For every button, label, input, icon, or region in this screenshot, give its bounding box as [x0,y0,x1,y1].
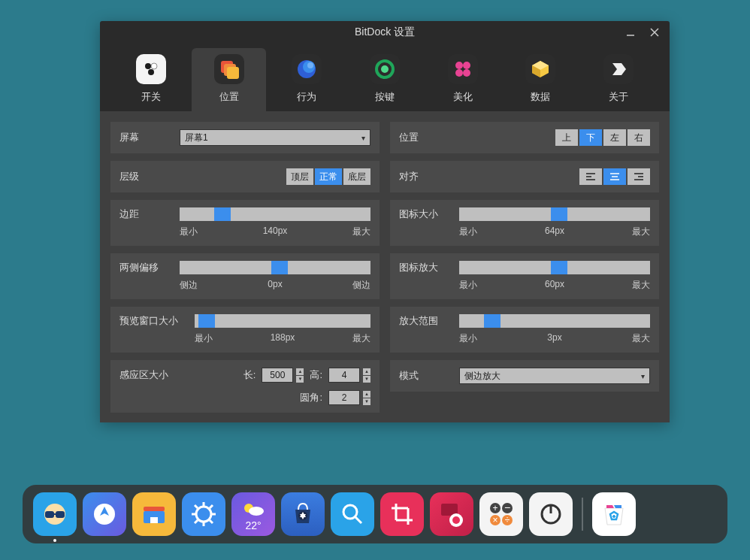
weather-temp: 22° [245,519,261,531]
sense-label: 感应区大小 [119,368,180,382]
layer-top-button[interactable]: 顶层 [286,168,313,185]
window-controls [621,24,664,41]
running-indicator-icon [53,539,56,542]
dock-record-icon[interactable] [430,492,473,536]
dock-weather-icon[interactable]: 22° [231,492,275,536]
preview-slider-thumb[interactable] [198,314,215,328]
dock-files-icon[interactable] [132,492,176,536]
titlebar: BitDock 设置 [100,21,670,44]
svg-line-41 [210,520,213,523]
tab-label: 数据 [531,90,550,104]
svg-rect-8 [227,67,239,79]
layer-normal-button[interactable]: 正常 [315,168,342,185]
layer-bottom-button[interactable]: 底层 [343,168,370,185]
svg-point-16 [455,69,463,77]
dock-search-icon[interactable] [331,492,374,536]
screen-label: 屏幕 [119,131,172,144]
dock-power-icon[interactable] [529,492,573,536]
chevron-down-icon: ▾ [641,372,645,380]
svg-point-55 [452,516,460,524]
position-top-button[interactable]: 上 [555,129,578,146]
align-right-button[interactable] [628,168,650,185]
dock-recycle-icon[interactable] [592,492,636,536]
tab-switch[interactable]: 开关 [113,48,189,111]
icon-zoom-panel: 图标放大 最小 60px 最大 [390,253,659,299]
tab-position[interactable]: 位置 [192,48,267,111]
sense-radius-spinner[interactable]: ▲▼ [328,390,370,405]
dock-separator [582,498,583,531]
zoom-range-panel: 放大范围 最小 3px 最大 [390,307,659,353]
svg-point-45 [249,507,264,516]
icon-size-slider[interactable] [459,207,650,221]
svg-text:+: + [492,503,497,513]
svg-point-14 [455,62,463,69]
position-panel: 位置 上 下 左 右 [390,122,659,153]
svg-text:÷: ÷ [505,515,510,525]
dock-crop-icon[interactable] [380,492,424,536]
sense-height-spinner[interactable]: ▲▼ [328,368,370,383]
sense-length-spinner[interactable]: ▲▼ [262,368,304,383]
svg-point-13 [381,65,389,73]
preview-panel: 预览窗口大小 最小 188px 最大 [110,307,380,353]
icon-zoom-slider-thumb[interactable] [551,261,567,274]
icon-size-label: 图标大小 [399,207,452,221]
position-left-button[interactable]: 左 [603,129,626,146]
svg-point-5 [148,69,154,75]
margin-slider[interactable] [180,207,370,221]
svg-point-15 [463,62,470,69]
about-icon [603,54,634,84]
layer-panel: 层级 顶层 正常 底层 [110,161,380,192]
layer-label: 层级 [119,170,172,183]
window-title: BitDock 设置 [355,26,415,39]
offset-label: 两侧偏移 [119,261,172,274]
tab-keys[interactable]: 按键 [347,48,422,111]
svg-rect-30 [53,513,56,515]
svg-text:×: × [492,515,497,525]
close-button[interactable] [646,24,664,41]
zoom-range-slider-thumb[interactable] [484,314,501,328]
icon-size-slider-thumb[interactable] [551,207,567,221]
offset-slider[interactable] [180,261,370,274]
sense-panel: 感应区大小 长: ▲▼ 高: ▲▼ [110,360,380,413]
tab-label: 美化 [453,90,473,104]
mode-select[interactable]: 侧边放大 ▾ [459,368,650,384]
margin-panel: 边距 最小 140px 最大 [110,200,380,246]
dock-calculator-icon[interactable]: +−×÷ [479,492,523,536]
preview-slider[interactable] [195,314,370,328]
svg-text:−: − [504,501,510,513]
zoom-range-slider[interactable] [459,314,650,328]
align-panel: 对齐 [390,161,659,192]
svg-line-42 [210,505,213,508]
content-area: 屏幕 屏幕1 ▾ 层级 顶层 正常 底层 [100,111,670,422]
tab-behavior[interactable]: 行为 [269,48,344,111]
dock-store-icon[interactable] [281,492,325,536]
position-buttons: 上 下 左 右 [555,129,650,146]
offset-slider-thumb[interactable] [271,261,288,274]
minimize-button[interactable] [621,24,640,41]
data-icon [525,54,555,84]
screen-select[interactable]: 屏幕1 ▾ [180,129,370,146]
tab-theme[interactable]: 美化 [425,48,501,111]
tab-data[interactable]: 数据 [504,48,579,111]
svg-point-4 [151,63,157,69]
svg-point-35 [196,507,211,522]
align-left-button[interactable] [579,168,602,185]
tab-about[interactable]: 关于 [581,48,656,111]
svg-point-17 [463,69,470,77]
align-center-button[interactable] [603,168,626,185]
margin-slider-thumb[interactable] [214,207,231,221]
icon-zoom-slider[interactable] [459,261,650,274]
svg-rect-34 [150,517,158,523]
svg-line-48 [355,517,361,523]
theme-icon [448,54,478,84]
dock-geek-icon[interactable] [33,492,77,536]
position-bottom-button[interactable]: 下 [579,129,602,146]
dock-rocket-icon[interactable] [83,492,126,536]
svg-point-47 [343,505,357,519]
icon-size-panel: 图标大小 最小 64px 最大 [390,200,659,246]
layer-buttons: 顶层 正常 底层 [286,168,370,185]
position-label: 位置 [399,131,452,144]
dock-settings-icon[interactable] [182,492,225,536]
position-right-button[interactable]: 右 [628,129,650,146]
svg-point-11 [307,62,313,68]
